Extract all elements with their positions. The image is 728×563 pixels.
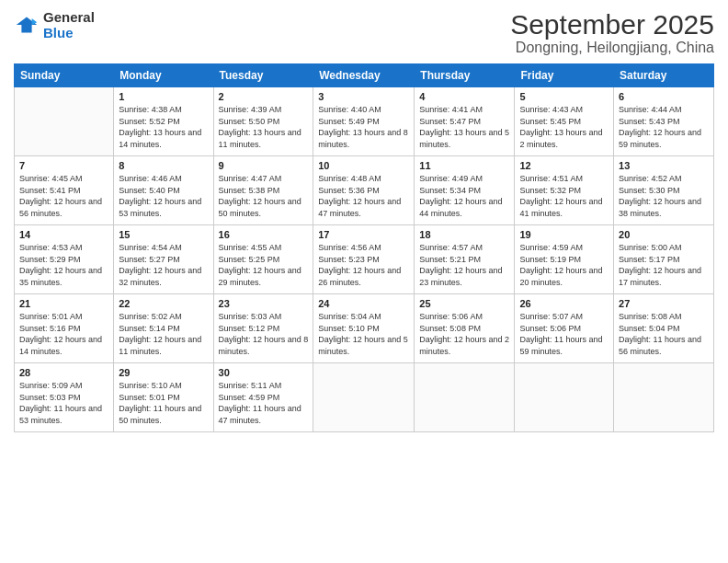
table-row: 17Sunrise: 4:56 AMSunset: 5:23 PMDayligh… [313,225,415,294]
header: General Blue September 2025 Dongning, He… [14,9,714,56]
calendar-week-row: 7Sunrise: 4:45 AMSunset: 5:41 PMDaylight… [15,156,714,225]
table-row [415,363,515,432]
day-info: Sunrise: 5:07 AMSunset: 5:06 PMDaylight:… [519,311,609,357]
day-info: Sunrise: 4:55 AMSunset: 5:25 PMDaylight:… [219,242,309,288]
calendar-week-row: 1Sunrise: 4:38 AMSunset: 5:52 PMDaylight… [15,87,714,156]
table-row: 26Sunrise: 5:07 AMSunset: 5:06 PMDayligh… [515,294,614,363]
day-info: Sunrise: 5:02 AMSunset: 5:14 PMDaylight:… [119,311,208,357]
page: General Blue September 2025 Dongning, He… [0,0,728,563]
table-row: 23Sunrise: 5:03 AMSunset: 5:12 PMDayligh… [213,294,313,363]
table-row: 4Sunrise: 4:41 AMSunset: 5:47 PMDaylight… [415,87,515,156]
day-info: Sunrise: 4:49 AMSunset: 5:34 PMDaylight:… [419,173,509,219]
table-row: 15Sunrise: 4:54 AMSunset: 5:27 PMDayligh… [114,225,213,294]
day-info: Sunrise: 4:43 AMSunset: 5:45 PMDaylight:… [519,104,609,150]
main-title: September 2025 [510,9,714,40]
day-number: 22 [119,298,208,309]
table-row: 3Sunrise: 4:40 AMSunset: 5:49 PMDaylight… [313,87,415,156]
day-info: Sunrise: 4:40 AMSunset: 5:49 PMDaylight:… [318,104,409,150]
svg-marker-0 [17,17,37,33]
col-monday: Monday [114,64,213,87]
day-number: 7 [19,160,108,171]
calendar-week-row: 21Sunrise: 5:01 AMSunset: 5:16 PMDayligh… [15,294,714,363]
day-number: 20 [619,229,709,240]
table-row: 29Sunrise: 5:10 AMSunset: 5:01 PMDayligh… [114,363,213,432]
day-info: Sunrise: 4:46 AMSunset: 5:40 PMDaylight:… [119,173,208,219]
table-row: 25Sunrise: 5:06 AMSunset: 5:08 PMDayligh… [415,294,515,363]
col-wednesday: Wednesday [313,64,415,87]
day-info: Sunrise: 4:51 AMSunset: 5:32 PMDaylight:… [519,173,609,219]
table-row: 10Sunrise: 4:48 AMSunset: 5:36 PMDayligh… [313,156,415,225]
table-row: 11Sunrise: 4:49 AMSunset: 5:34 PMDayligh… [415,156,515,225]
table-row: 6Sunrise: 4:44 AMSunset: 5:43 PMDaylight… [614,87,714,156]
day-number: 8 [119,160,208,171]
day-info: Sunrise: 5:01 AMSunset: 5:16 PMDaylight:… [19,311,108,357]
table-row: 18Sunrise: 4:57 AMSunset: 5:21 PMDayligh… [415,225,515,294]
logo-bird-icon [14,12,40,38]
logo: General Blue [14,9,95,40]
table-row [313,363,415,432]
col-thursday: Thursday [415,64,515,87]
day-number: 21 [19,298,108,309]
day-number: 27 [619,298,709,309]
day-info: Sunrise: 4:53 AMSunset: 5:29 PMDaylight:… [19,242,108,288]
day-info: Sunrise: 4:56 AMSunset: 5:23 PMDaylight:… [318,242,409,288]
table-row: 9Sunrise: 4:47 AMSunset: 5:38 PMDaylight… [213,156,313,225]
day-info: Sunrise: 4:38 AMSunset: 5:52 PMDaylight:… [119,104,208,150]
logo-text: General Blue [43,9,95,40]
table-row: 24Sunrise: 5:04 AMSunset: 5:10 PMDayligh… [313,294,415,363]
day-number: 6 [619,91,709,102]
day-number: 24 [318,298,409,309]
table-row: 21Sunrise: 5:01 AMSunset: 5:16 PMDayligh… [15,294,114,363]
table-row: 13Sunrise: 4:52 AMSunset: 5:30 PMDayligh… [614,156,714,225]
day-info: Sunrise: 5:08 AMSunset: 5:04 PMDaylight:… [619,311,709,357]
day-number: 3 [318,91,409,102]
table-row: 30Sunrise: 5:11 AMSunset: 4:59 PMDayligh… [213,363,313,432]
col-tuesday: Tuesday [213,64,313,87]
day-info: Sunrise: 5:00 AMSunset: 5:17 PMDaylight:… [619,242,709,288]
day-number: 12 [519,160,609,171]
day-number: 14 [19,229,108,240]
day-number: 18 [419,229,509,240]
day-info: Sunrise: 5:03 AMSunset: 5:12 PMDaylight:… [219,311,309,357]
col-saturday: Saturday [614,64,714,87]
day-number: 2 [219,91,309,102]
day-number: 23 [219,298,309,309]
title-block: September 2025 Dongning, Heilongjiang, C… [510,9,714,56]
day-info: Sunrise: 4:41 AMSunset: 5:47 PMDaylight:… [419,104,509,150]
day-info: Sunrise: 5:11 AMSunset: 4:59 PMDaylight:… [219,380,309,426]
calendar-week-row: 14Sunrise: 4:53 AMSunset: 5:29 PMDayligh… [15,225,714,294]
table-row: 5Sunrise: 4:43 AMSunset: 5:45 PMDaylight… [515,87,614,156]
table-row [515,363,614,432]
day-number: 26 [519,298,609,309]
day-info: Sunrise: 4:45 AMSunset: 5:41 PMDaylight:… [19,173,108,219]
calendar-table: Sunday Monday Tuesday Wednesday Thursday… [14,63,714,432]
calendar-header-row: Sunday Monday Tuesday Wednesday Thursday… [15,64,714,87]
table-row: 7Sunrise: 4:45 AMSunset: 5:41 PMDaylight… [15,156,114,225]
day-info: Sunrise: 4:54 AMSunset: 5:27 PMDaylight:… [119,242,208,288]
day-number: 19 [519,229,609,240]
day-number: 4 [419,91,509,102]
subtitle: Dongning, Heilongjiang, China [510,40,714,56]
day-info: Sunrise: 4:52 AMSunset: 5:30 PMDaylight:… [619,173,709,219]
day-number: 5 [519,91,609,102]
table-row: 19Sunrise: 4:59 AMSunset: 5:19 PMDayligh… [515,225,614,294]
day-info: Sunrise: 5:06 AMSunset: 5:08 PMDaylight:… [419,311,509,357]
table-row: 14Sunrise: 4:53 AMSunset: 5:29 PMDayligh… [15,225,114,294]
day-info: Sunrise: 4:59 AMSunset: 5:19 PMDaylight:… [519,242,609,288]
table-row: 22Sunrise: 5:02 AMSunset: 5:14 PMDayligh… [114,294,213,363]
day-info: Sunrise: 4:44 AMSunset: 5:43 PMDaylight:… [619,104,709,150]
day-info: Sunrise: 5:04 AMSunset: 5:10 PMDaylight:… [318,311,409,357]
calendar-week-row: 28Sunrise: 5:09 AMSunset: 5:03 PMDayligh… [15,363,714,432]
day-info: Sunrise: 5:10 AMSunset: 5:01 PMDaylight:… [119,380,208,426]
day-info: Sunrise: 4:48 AMSunset: 5:36 PMDaylight:… [318,173,409,219]
table-row: 8Sunrise: 4:46 AMSunset: 5:40 PMDaylight… [114,156,213,225]
day-info: Sunrise: 4:57 AMSunset: 5:21 PMDaylight:… [419,242,509,288]
day-number: 11 [419,160,509,171]
col-friday: Friday [515,64,614,87]
day-info: Sunrise: 5:09 AMSunset: 5:03 PMDaylight:… [19,380,108,426]
day-number: 25 [419,298,509,309]
day-number: 10 [318,160,409,171]
day-number: 15 [119,229,208,240]
day-info: Sunrise: 4:39 AMSunset: 5:50 PMDaylight:… [219,104,309,150]
day-number: 13 [619,160,709,171]
